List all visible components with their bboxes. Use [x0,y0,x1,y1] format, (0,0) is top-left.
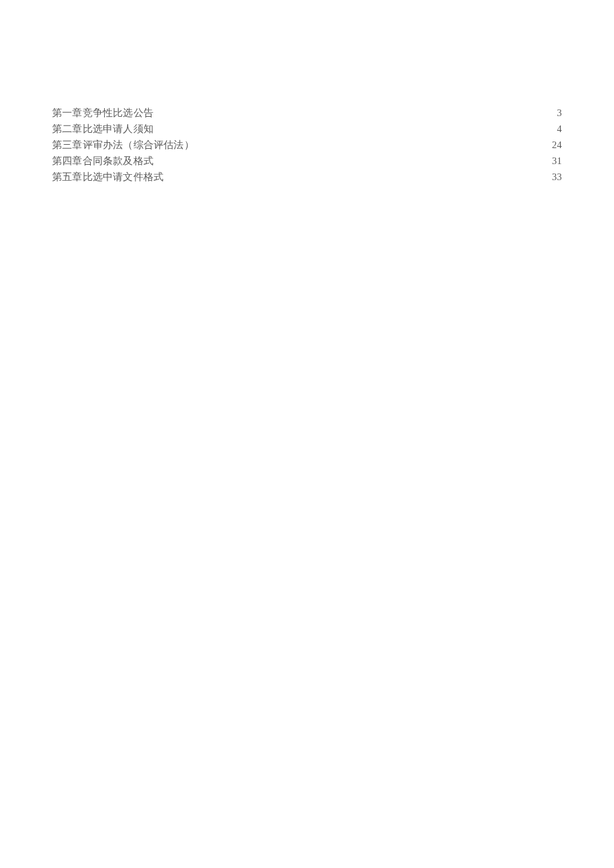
toc-entry-page: 24 [552,139,562,151]
document-page: 第一章竞争性比选公告 3 第二章比选申请人须知 4 第三章评审办法（综合评估法）… [0,0,614,187]
toc-entry-title: 第一章竞争性比选公告 [52,107,154,119]
toc-entry[interactable]: 第三章评审办法（综合评估法） 24 [52,139,562,155]
toc-entry-title: 第五章比选中请文件格式 [52,171,164,183]
toc-entry-page: 4 [557,123,562,135]
toc-entry-page: 31 [552,155,562,167]
toc-entry-page: 3 [557,107,562,119]
toc-entry[interactable]: 第五章比选中请文件格式 33 [52,171,562,187]
toc-entry[interactable]: 第四章合同条款及格式 31 [52,155,562,171]
toc-entry-title: 第三章评审办法（综合评估法） [52,139,194,151]
toc-entry[interactable]: 第二章比选申请人须知 4 [52,123,562,139]
toc-entry[interactable]: 第一章竞争性比选公告 3 [52,107,562,123]
toc-entry-title: 第四章合同条款及格式 [52,155,154,167]
toc-entry-page: 33 [552,171,562,183]
toc-entry-title: 第二章比选申请人须知 [52,123,154,135]
